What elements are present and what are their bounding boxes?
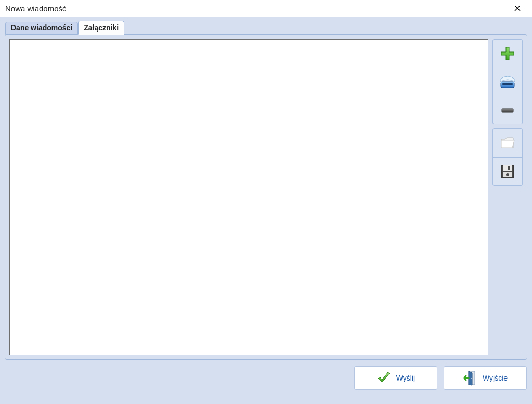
svg-rect-6 [503,165,512,171]
tab-attachments[interactable]: Załączniki [78,21,124,35]
tab-label: Załączniki [84,23,119,32]
remove-icon [499,102,516,119]
exit-door-icon [463,370,477,386]
window-close-button[interactable] [507,1,528,16]
floppy-save-icon [499,163,516,180]
client-area: Dane wiadomości Załączniki [0,17,532,404]
tab-strip: Dane wiadomości Załączniki [0,21,532,35]
send-button[interactable]: Wyślij [354,366,437,390]
exit-label: Wyjście [483,374,508,382]
close-icon [514,5,521,11]
tool-group-storage [492,128,523,186]
tab-message-data[interactable]: Dane wiadomości [5,22,78,35]
folder-icon [499,134,516,152]
send-label: Wyślij [396,374,415,382]
svg-rect-4 [502,109,513,112]
exit-button[interactable]: Wyjście [444,366,527,390]
tab-label: Dane wiadomości [11,23,72,32]
side-toolbar [492,39,523,355]
attachments-list[interactable] [9,39,488,355]
svg-point-9 [506,173,509,176]
svg-rect-3 [502,83,513,85]
remove-attachment-button[interactable] [493,96,522,124]
save-attachment-button[interactable] [493,157,522,185]
svg-rect-7 [508,166,510,170]
scan-attachment-button[interactable] [493,68,522,96]
open-folder-button[interactable] [493,129,522,157]
window-title: Nowa wiadomość [5,4,67,13]
footer-buttons: Wyślij Wyjście [0,360,532,390]
scanner-icon [498,73,517,92]
add-icon [499,45,516,62]
checkmark-icon [377,371,391,385]
tool-group-file-ops [492,39,523,124]
tabpanel-attachments [5,34,527,360]
svg-point-11 [471,378,472,379]
add-attachment-button[interactable] [493,40,522,68]
window-titlebar: Nowa wiadomość [0,0,532,17]
